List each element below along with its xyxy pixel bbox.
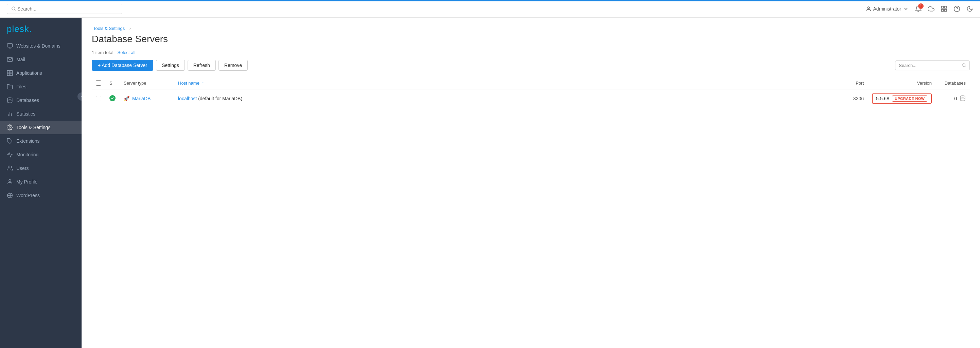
cloud-btn[interactable] — [928, 5, 934, 12]
help-btn[interactable] — [953, 5, 960, 12]
theme-btn[interactable] — [966, 5, 973, 12]
sidebar-item-wordpress[interactable]: WordPress — [0, 189, 81, 202]
svg-rect-14 — [8, 73, 10, 76]
topbar: Administrator 1 — [0, 0, 980, 17]
grid-icon — [940, 5, 947, 12]
svg-point-22 — [8, 166, 10, 168]
sidebar-item-applications[interactable]: Applications — [0, 66, 81, 80]
refresh-button[interactable]: Refresh — [188, 60, 216, 71]
add-database-server-button[interactable]: + Add Database Server — [92, 60, 153, 71]
cloud-icon — [928, 5, 934, 12]
topbar-search-box[interactable] — [7, 4, 123, 14]
admin-icon — [866, 6, 871, 11]
breadcrumb-separator: › — [129, 26, 131, 31]
sidebar-item-monitoring[interactable]: Monitoring — [0, 148, 81, 161]
svg-point-0 — [12, 7, 15, 10]
table-row: 🚀 MariaDB localhost (default for MariaDB… — [92, 89, 970, 108]
svg-rect-4 — [945, 6, 947, 8]
port-value: 3306 — [853, 96, 864, 101]
row-checkbox[interactable] — [96, 96, 101, 101]
th-s: S — [105, 77, 119, 89]
tools-icon — [7, 124, 13, 130]
sidebar-label-statistics: Statistics — [16, 111, 35, 116]
database-icon — [7, 97, 13, 103]
svg-point-25 — [963, 64, 966, 67]
th-server-type: Server type — [119, 77, 174, 89]
sidebar-item-mail[interactable]: Mail — [0, 53, 81, 66]
remove-button[interactable]: Remove — [218, 60, 248, 71]
server-type-link[interactable]: MariaDB — [132, 96, 151, 101]
rocket-icon: 🚀 — [124, 96, 129, 101]
admin-label: Administrator — [873, 6, 901, 11]
applications-icon — [7, 70, 13, 76]
apps-btn[interactable] — [940, 5, 947, 12]
table-body: 🚀 MariaDB localhost (default for MariaDB… — [92, 89, 970, 108]
table-search-box[interactable] — [895, 60, 970, 70]
breadcrumb[interactable]: Tools & Settings › — [92, 26, 970, 31]
svg-point-16 — [8, 98, 12, 100]
topbar-left — [7, 4, 123, 14]
svg-rect-5 — [945, 9, 947, 11]
row-server-type-cell: 🚀 MariaDB — [119, 89, 174, 108]
admin-menu[interactable]: Administrator — [866, 6, 908, 11]
folder-icon — [7, 84, 13, 90]
sidebar-item-my-profile[interactable]: My Profile — [0, 175, 81, 189]
th-port: Port — [841, 77, 868, 89]
sidebar-label-websites-domains: Websites & Domains — [16, 43, 60, 49]
sidebar-label-users: Users — [16, 165, 29, 171]
profile-icon — [7, 179, 13, 185]
row-status-cell — [105, 89, 119, 108]
chevron-down-icon — [903, 6, 908, 11]
sidebar-item-extensions[interactable]: Extensions — [0, 134, 81, 148]
sidebar: plesk. Websites & Domains Mail Applicati… — [0, 17, 81, 348]
topbar-right: Administrator 1 — [866, 5, 973, 12]
toolbar: + Add Database Server Settings Refresh R… — [92, 60, 970, 71]
row-databases-cell: 0 — [936, 89, 970, 108]
help-icon — [953, 5, 960, 12]
sidebar-item-files[interactable]: Files — [0, 80, 81, 94]
settings-button[interactable]: Settings — [156, 60, 185, 71]
databases-count: 0 — [954, 96, 957, 101]
main-content: Tools & Settings › Database Servers 1 it… — [81, 17, 980, 348]
svg-point-2 — [867, 7, 869, 8]
svg-rect-12 — [8, 71, 10, 73]
th-host-name[interactable]: Host name ↑ — [174, 77, 841, 89]
check-circle-icon — [110, 95, 116, 101]
page-title: Database Servers — [92, 33, 970, 44]
breadcrumb-parent[interactable]: Tools & Settings — [93, 26, 125, 31]
row-check-cell — [92, 89, 105, 108]
sidebar-label-applications: Applications — [16, 70, 42, 76]
svg-rect-3 — [942, 6, 943, 8]
svg-point-23 — [9, 180, 11, 181]
status-ok-icon — [110, 95, 116, 101]
item-count: 1 item total — [92, 50, 113, 55]
select-all-link[interactable]: Select all — [118, 50, 135, 55]
svg-rect-15 — [10, 73, 13, 76]
sidebar-item-statistics[interactable]: Statistics — [0, 107, 81, 121]
db-manage-icon[interactable] — [959, 95, 966, 102]
sidebar-label-databases: Databases — [16, 97, 39, 103]
sidebar-label-wordpress: WordPress — [16, 193, 40, 198]
sidebar-label-extensions: Extensions — [16, 138, 40, 144]
row-host-cell: localhost (default for MariaDB) — [174, 89, 841, 108]
sidebar-item-tools-settings[interactable]: Tools & Settings — [0, 121, 81, 134]
th-databases: Databases — [936, 77, 970, 89]
mail-icon — [7, 56, 13, 62]
th-version: Version — [868, 77, 936, 89]
host-link[interactable]: localhost — [178, 96, 197, 101]
sidebar-item-websites-domains[interactable]: Websites & Domains — [0, 39, 81, 53]
table-search-input[interactable] — [899, 63, 962, 68]
table-header: S Server type Host name ↑ Port — [92, 77, 970, 89]
select-all-checkbox[interactable] — [96, 80, 101, 86]
svg-rect-13 — [10, 71, 13, 73]
sidebar-label-tools-settings: Tools & Settings — [16, 125, 50, 130]
sidebar-item-users[interactable]: Users — [0, 161, 81, 175]
globe-icon — [7, 43, 13, 49]
layout: plesk. Websites & Domains Mail Applicati… — [0, 17, 980, 348]
topbar-search-input[interactable] — [18, 6, 118, 11]
wordpress-icon — [7, 192, 13, 199]
notifications-btn[interactable]: 1 — [915, 5, 921, 12]
sidebar-item-databases[interactable]: Databases — [0, 94, 81, 107]
upgrade-now-button[interactable]: UPGRADE NOW — [892, 95, 928, 102]
extensions-icon — [7, 138, 13, 144]
